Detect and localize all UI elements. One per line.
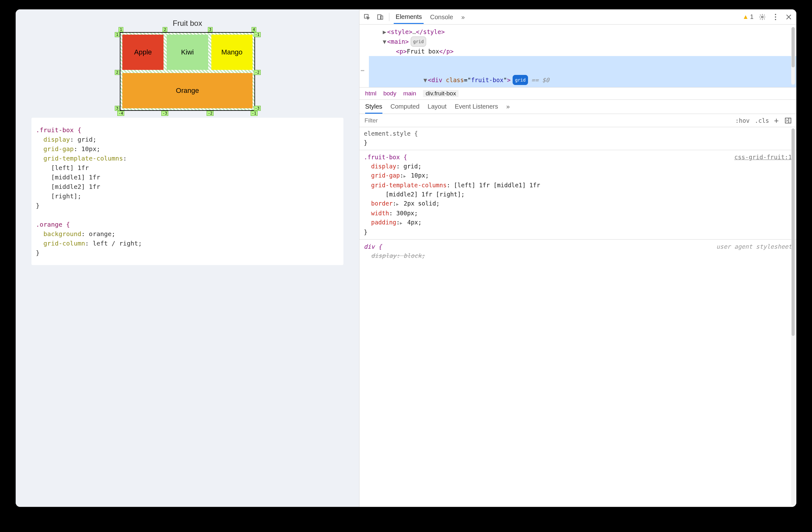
crumb-main[interactable]: main xyxy=(403,90,416,97)
selected-dom-node[interactable]: ⋯ ▼<div class="fruit-box">grid== $0 xyxy=(369,56,796,87)
tabs-more[interactable]: » xyxy=(460,10,467,23)
page-title: Fruit box xyxy=(173,19,202,28)
grid-label: 3 xyxy=(208,27,213,32)
tab-elements[interactable]: Elements xyxy=(394,10,424,24)
scrollbar[interactable] xyxy=(791,27,795,85)
kebab-menu-icon[interactable] xyxy=(771,14,780,20)
fruit-box-grid[interactable]: Apple Kiwi Mango Orange 1 2 3 4 -4 -3 -2… xyxy=(120,32,255,111)
grid-label: 4 xyxy=(251,27,256,32)
cell-orange[interactable]: Orange xyxy=(122,73,252,108)
subtab-layout[interactable]: Layout xyxy=(428,103,447,114)
styles-filter-input[interactable] xyxy=(363,117,730,124)
fruitbox-rule[interactable]: css-grid-fruit:1 .fruit-box { xyxy=(364,153,792,162)
settings-icon[interactable] xyxy=(758,14,767,20)
grid-label: 1 xyxy=(119,27,123,32)
warning-count[interactable]: ▲1 xyxy=(742,13,754,20)
crumb-html[interactable]: html xyxy=(365,90,376,97)
svg-point-4 xyxy=(775,14,776,15)
grid-label: -1 xyxy=(251,111,258,116)
grid-label: -3 xyxy=(254,106,261,111)
grid-label: -4 xyxy=(117,111,124,116)
device-toggle-icon[interactable] xyxy=(376,14,385,20)
subtab-computed[interactable]: Computed xyxy=(391,103,420,114)
svg-point-5 xyxy=(775,16,776,18)
page-preview: Fruit box Apple Kiwi Mango Orange 1 2 3 … xyxy=(16,10,359,111)
subtab-events[interactable]: Event Listeners xyxy=(455,103,498,114)
ua-rule: user agent stylesheet div { xyxy=(364,242,792,251)
grid-label: 1 xyxy=(115,32,119,37)
grid-label: -3 xyxy=(161,111,168,116)
scrollbar[interactable] xyxy=(791,128,795,506)
dom-tree[interactable]: ▶<style>…</style> ▼<main>grid <p>Fruit b… xyxy=(360,25,796,87)
new-rule-button[interactable]: + xyxy=(774,116,779,125)
source-css-block: .fruit-box { display: grid; grid-gap: 10… xyxy=(31,118,344,265)
grid-label: 3 xyxy=(115,106,119,111)
subtab-styles[interactable]: Styles xyxy=(365,103,382,114)
close-icon[interactable] xyxy=(784,14,793,20)
cell-kiwi[interactable]: Kiwi xyxy=(167,34,208,70)
element-style-rule[interactable]: element.style { xyxy=(364,129,792,138)
crumb-body[interactable]: body xyxy=(383,90,396,97)
devtools-toolbar: Elements Console » ▲1 xyxy=(360,10,796,25)
devtools-pane: Elements Console » ▲1 ▶<style>…</style> … xyxy=(359,10,796,507)
rendered-page-pane: Fruit box Apple Kiwi Mango Orange 1 2 3 … xyxy=(16,10,359,507)
crumb-fruitbox[interactable]: div.fruit-box xyxy=(423,90,459,97)
grid-label: 2 xyxy=(163,27,167,32)
tab-console[interactable]: Console xyxy=(428,10,455,23)
devtools-window: Fruit box Apple Kiwi Mango Orange 1 2 3 … xyxy=(16,10,796,507)
inspect-icon[interactable] xyxy=(363,14,372,20)
styles-subtabs: Styles Computed Layout Event Listeners » xyxy=(360,100,796,114)
cell-apple[interactable]: Apple xyxy=(122,34,163,70)
styles-panel[interactable]: element.style { } css-grid-fruit:1 .frui… xyxy=(360,127,796,507)
breadcrumb[interactable]: html body main div.fruit-box xyxy=(360,87,796,100)
cell-mango[interactable]: Mango xyxy=(211,34,252,70)
hov-toggle[interactable]: :hov xyxy=(735,117,750,124)
grid-label: 2 xyxy=(115,70,119,75)
grid-label: -2 xyxy=(254,70,261,75)
svg-point-3 xyxy=(762,16,763,18)
styles-filter-bar: :hov .cls + xyxy=(360,114,796,127)
grid-label: -2 xyxy=(207,111,214,116)
grid-label: -1 xyxy=(254,32,261,37)
panel-toggle-icon[interactable] xyxy=(784,118,793,123)
source-link[interactable]: css-grid-fruit:1 xyxy=(734,153,792,162)
subtab-more[interactable]: » xyxy=(506,103,510,114)
svg-rect-7 xyxy=(785,118,791,123)
cls-toggle[interactable]: .cls xyxy=(755,117,769,124)
svg-point-6 xyxy=(775,19,776,20)
